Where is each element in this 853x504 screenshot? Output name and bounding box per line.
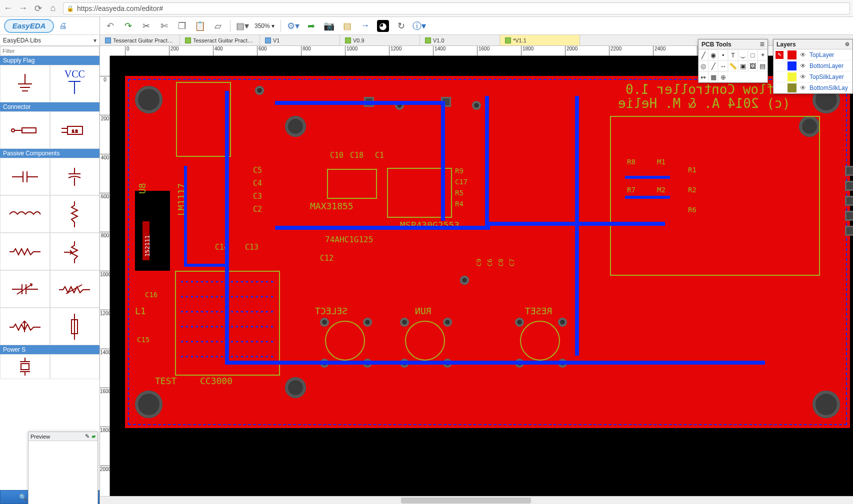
bom-icon[interactable]: ▤ bbox=[341, 20, 353, 32]
preview-header[interactable]: Preview ✎ ▰ bbox=[28, 432, 98, 441]
tab-3[interactable]: V0.9 bbox=[340, 35, 420, 45]
tool-move[interactable]: ⌖ bbox=[758, 49, 768, 60]
mount-hole[interactable] bbox=[285, 116, 306, 137]
tool-track[interactable]: ╱ bbox=[698, 49, 708, 60]
home-button[interactable]: ⌂ bbox=[48, 3, 58, 13]
tool-line[interactable]: ╱ bbox=[708, 60, 718, 71]
libs-dropdown[interactable]: EasyEDA Libs ▾ bbox=[0, 35, 100, 46]
part-fuse[interactable] bbox=[50, 308, 100, 345]
forward-button[interactable]: → bbox=[18, 3, 28, 13]
gear-icon[interactable]: ⚙▾ bbox=[287, 20, 299, 32]
tool-array[interactable]: ▦ bbox=[708, 71, 718, 82]
export-icon[interactable]: → bbox=[359, 20, 371, 32]
address-bar[interactable]: 🔒 bbox=[63, 2, 850, 14]
reload-button[interactable]: ⟳ bbox=[33, 3, 43, 13]
tool-image[interactable]: 🖼 bbox=[748, 60, 758, 71]
layer-color-swatch[interactable] bbox=[788, 72, 796, 81]
pcb-board[interactable]: Reflow Controller 1.0 (c) 2014 A. & M. H… bbox=[125, 76, 850, 428]
mount-hole[interactable] bbox=[285, 377, 306, 398]
part-varres[interactable] bbox=[0, 308, 50, 345]
btn-select[interactable] bbox=[325, 321, 365, 361]
part-cap-pol[interactable] bbox=[50, 158, 100, 195]
paste-button[interactable]: 📋 bbox=[194, 20, 206, 32]
tool-dim[interactable]: ↔ bbox=[718, 60, 728, 71]
part-rheostat[interactable] bbox=[50, 270, 100, 308]
cat-power[interactable]: Power S bbox=[0, 345, 100, 354]
tab-0[interactable]: Tesseract Guitar Pract… bbox=[100, 35, 180, 45]
part-gnd[interactable] bbox=[0, 65, 50, 102]
pcb-tools-panel[interactable]: PCB Tools☰ ╱ ◉ • T ⏝ □ ⌖ ◎ ╱ ↔ 📏 ▣ 🖼 ▤ ↭… bbox=[698, 39, 768, 83]
tab-4[interactable]: V1.0 bbox=[420, 35, 500, 45]
tool-measure[interactable]: 📏 bbox=[728, 60, 738, 71]
undo-button[interactable]: ↶ bbox=[104, 20, 116, 32]
steam-icon[interactable]: ◕ bbox=[377, 20, 389, 32]
part-varcap[interactable] bbox=[0, 270, 50, 308]
tab-1[interactable]: Tesseract Guitar Pract… bbox=[180, 35, 260, 45]
copy-button[interactable]: ❐ bbox=[176, 20, 188, 32]
tool-pad[interactable]: ◉ bbox=[708, 49, 718, 60]
btn-run[interactable] bbox=[405, 321, 445, 361]
pencil-icon[interactable]: ✎ bbox=[85, 433, 90, 440]
preview-panel[interactable]: Preview ✎ ▰ bbox=[28, 432, 98, 504]
part-conn-1[interactable] bbox=[0, 111, 50, 149]
tool-text[interactable]: T bbox=[728, 49, 738, 60]
layers-panel[interactable]: Layers⚙ ✎ 👁 TopLayer✎ 👁 BottomLayer✎ 👁 T… bbox=[773, 39, 853, 94]
layer-row[interactable]: ✎ 👁 TopSilkLayer bbox=[774, 71, 852, 82]
scrollbar-thumb[interactable] bbox=[401, 498, 531, 504]
tool-origin[interactable]: ⊕ bbox=[718, 71, 728, 82]
zoom-level[interactable]: 350% ▾ bbox=[254, 22, 274, 29]
eraser-button[interactable]: ▱ bbox=[212, 20, 224, 32]
camera-icon[interactable]: 📷 bbox=[323, 20, 335, 32]
btn-reset[interactable] bbox=[520, 321, 560, 361]
tool-connect[interactable]: ↭ bbox=[698, 71, 708, 82]
eye-icon[interactable]: 👁 bbox=[798, 84, 808, 91]
pcb-canvas[interactable]: Reflow Controller 1.0 (c) 2014 A. & M. H… bbox=[110, 56, 853, 504]
part-conn-2[interactable]: 1 2 bbox=[50, 111, 100, 149]
layer-row[interactable]: ✎ 👁 TopLayer bbox=[774, 49, 852, 60]
minimize-icon[interactable]: ☰ bbox=[760, 41, 764, 47]
tab-5[interactable]: *V1.1 bbox=[500, 35, 580, 45]
horizontal-scrollbar[interactable] bbox=[100, 496, 853, 504]
layer-color-swatch[interactable] bbox=[788, 61, 796, 70]
share-icon[interactable]: ➦ bbox=[305, 20, 317, 32]
filter-input[interactable] bbox=[0, 46, 100, 56]
history-icon[interactable]: ↻ bbox=[395, 20, 407, 32]
part-xtal[interactable] bbox=[0, 354, 50, 379]
tool-rect[interactable]: □ bbox=[748, 49, 758, 60]
layer-color-swatch[interactable] bbox=[788, 83, 796, 92]
mount-hole[interactable] bbox=[135, 391, 162, 418]
print-icon[interactable]: 🖨 bbox=[58, 21, 68, 31]
part-vcc[interactable]: VCC bbox=[50, 65, 100, 102]
gear-icon[interactable]: ⚙ bbox=[845, 41, 850, 47]
easyeda-logo[interactable]: EasyEDA bbox=[4, 19, 54, 33]
info-icon[interactable]: ⓘ▾ bbox=[413, 20, 425, 32]
component-u8[interactable] bbox=[135, 191, 170, 271]
cat-supply[interactable]: Supply Flag bbox=[0, 56, 100, 65]
mount-hole[interactable] bbox=[135, 86, 162, 113]
part-pot[interactable] bbox=[50, 233, 100, 270]
tool-hole[interactable]: ◎ bbox=[698, 60, 708, 71]
eye-icon[interactable]: 👁 bbox=[798, 73, 808, 80]
tool-group[interactable]: ▤ bbox=[758, 60, 768, 71]
tool-copper[interactable]: ▣ bbox=[738, 60, 748, 71]
tool-arc[interactable]: ⏝ bbox=[738, 49, 748, 60]
tab-2[interactable]: V1 bbox=[260, 35, 340, 45]
align-button[interactable]: ▤▾ bbox=[236, 20, 248, 32]
scissors-icon[interactable]: ✄ bbox=[158, 20, 170, 32]
back-button[interactable]: ← bbox=[3, 3, 13, 13]
tool-via[interactable]: • bbox=[718, 49, 728, 60]
eye-icon[interactable]: 👁 bbox=[798, 51, 808, 58]
part-res[interactable] bbox=[0, 233, 50, 270]
eye-icon[interactable]: 👁 bbox=[798, 62, 808, 69]
part-inductor[interactable] bbox=[0, 195, 50, 233]
layer-row[interactable]: ✎ 👁 BottomSilkLay bbox=[774, 82, 852, 93]
part-res-v[interactable] bbox=[50, 195, 100, 233]
layer-color-swatch[interactable] bbox=[788, 50, 796, 59]
cut-button[interactable]: ✂ bbox=[140, 20, 152, 32]
mount-hole[interactable] bbox=[812, 391, 840, 418]
battery-icon[interactable]: ▰ bbox=[92, 433, 96, 440]
part-cap[interactable] bbox=[0, 158, 50, 195]
url-input[interactable] bbox=[77, 4, 846, 12]
libs-filter[interactable] bbox=[0, 46, 100, 56]
cat-connector[interactable]: Connector bbox=[0, 102, 100, 111]
